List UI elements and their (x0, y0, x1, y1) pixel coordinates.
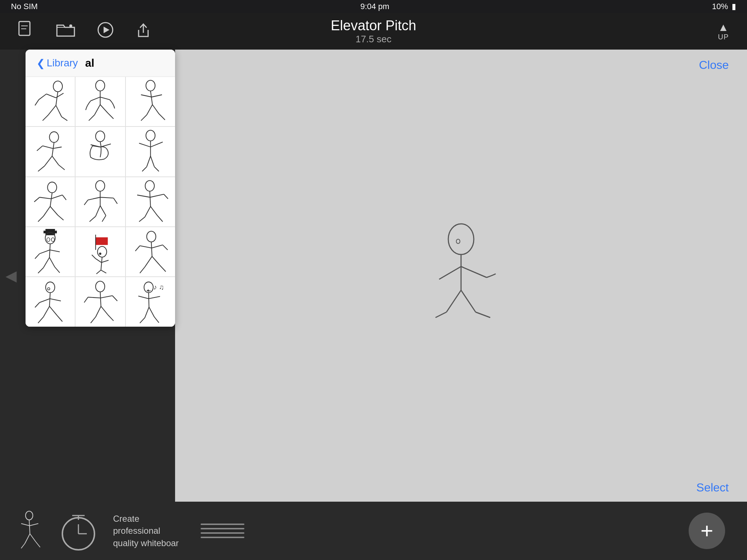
description-text: Create professional quality whiteboar (113, 513, 186, 549)
svg-line-66 (43, 206, 50, 216)
add-button[interactable]: + (689, 513, 725, 549)
title-area: Elevator Pitch 17.5 sec (331, 18, 416, 45)
svg-line-37 (151, 95, 162, 97)
svg-line-83 (150, 191, 150, 206)
svg-point-34 (146, 80, 155, 91)
svg-line-148 (138, 296, 148, 299)
figure-cell-10[interactable] (26, 227, 75, 276)
bottom-bar: Create professional quality whiteboar + (0, 502, 747, 560)
stick-figure-thumbnail[interactable] (15, 509, 44, 553)
new-doc-icon[interactable] (18, 21, 34, 42)
figure-cell-2[interactable] (76, 77, 125, 126)
figure-cell-6[interactable] (126, 127, 175, 176)
svg-line-79 (102, 215, 106, 222)
svg-line-155 (29, 520, 30, 534)
svg-line-161 (36, 542, 40, 547)
svg-line-126 (50, 293, 50, 307)
figure-cell-8[interactable] (76, 177, 125, 226)
svg-point-51 (96, 131, 105, 142)
svg-rect-104 (96, 237, 108, 245)
line-4 (201, 537, 244, 538)
panel-header: ❮ Library al (26, 50, 175, 77)
svg-point-72 (96, 180, 105, 191)
figure-cell-1[interactable] (26, 77, 75, 126)
svg-line-156 (21, 524, 30, 526)
svg-point-125 (47, 288, 50, 290)
carrier-text: No SIM (11, 2, 38, 11)
svg-line-152 (149, 307, 154, 317)
svg-line-121 (160, 265, 166, 272)
svg-line-21 (43, 115, 49, 121)
svg-line-12 (446, 290, 461, 312)
svg-line-129 (43, 307, 50, 317)
svg-line-33 (108, 113, 114, 119)
svg-line-32 (100, 105, 108, 113)
svg-point-3 (69, 24, 72, 27)
figure-cell-13[interactable] (26, 277, 75, 326)
svg-line-40 (152, 105, 159, 114)
folder-icon[interactable] (56, 22, 75, 41)
svg-point-62 (47, 182, 57, 192)
svg-line-71 (62, 195, 66, 200)
canvas-area[interactable] (175, 50, 747, 502)
svg-line-30 (94, 105, 100, 115)
figure-cell-7[interactable] (26, 177, 75, 226)
svg-line-118 (145, 256, 152, 267)
svg-line-46 (44, 156, 52, 166)
back-label: Library (47, 57, 78, 69)
svg-line-160 (30, 534, 36, 542)
figure-cell-15[interactable]: ♪ ♫ (126, 277, 175, 326)
svg-point-95 (51, 238, 54, 241)
svg-line-41 (159, 114, 165, 120)
svg-line-117 (151, 245, 162, 248)
svg-line-35 (150, 91, 152, 105)
svg-line-113 (101, 270, 107, 273)
select-button[interactable]: Select (696, 481, 729, 494)
svg-line-136 (88, 297, 101, 298)
figure-cell-14[interactable] (76, 277, 125, 326)
close-button[interactable]: Close (699, 58, 729, 72)
svg-line-48 (52, 156, 59, 165)
panel-back-button[interactable]: ❮ Library (36, 57, 78, 69)
svg-line-56 (139, 143, 150, 147)
figure-cell-4[interactable] (26, 127, 75, 176)
svg-line-110 (92, 255, 96, 258)
figure-cell-5[interactable] (76, 127, 125, 176)
svg-line-120 (152, 256, 160, 265)
play-icon[interactable] (97, 22, 114, 42)
svg-line-68 (50, 206, 58, 215)
svg-line-123 (163, 245, 168, 250)
lines-decoration (201, 524, 244, 538)
svg-line-142 (84, 297, 88, 303)
svg-line-147 (148, 293, 149, 307)
svg-line-109 (96, 258, 101, 262)
share-icon[interactable] (136, 21, 151, 42)
battery-area: 10% ▮ (712, 2, 736, 11)
svg-line-31 (89, 115, 95, 121)
svg-line-86 (145, 206, 151, 217)
figure-cell-12[interactable] (126, 227, 175, 276)
svg-line-139 (91, 317, 96, 323)
svg-line-138 (96, 307, 101, 317)
svg-line-119 (140, 267, 145, 273)
svg-line-140 (101, 307, 108, 315)
svg-point-54 (146, 131, 155, 141)
figure-cell-9[interactable] (126, 177, 175, 226)
svg-line-43 (52, 143, 54, 156)
library-panel: ❮ Library al (26, 50, 175, 327)
figure-cell-3[interactable] (126, 77, 175, 126)
svg-line-20 (48, 105, 56, 115)
svg-line-38 (147, 105, 152, 115)
svg-line-150 (145, 307, 149, 318)
svg-point-134 (96, 281, 105, 292)
svg-point-154 (26, 511, 33, 520)
svg-line-25 (35, 100, 39, 105)
up-button[interactable]: ▲ UP (718, 22, 729, 41)
timer-icon[interactable] (58, 509, 98, 553)
svg-line-143 (112, 296, 117, 301)
svg-point-26 (96, 80, 105, 91)
svg-line-28 (91, 97, 100, 101)
svg-line-111 (101, 260, 109, 262)
figure-cell-11[interactable] (76, 227, 125, 276)
svg-line-80 (84, 200, 88, 205)
